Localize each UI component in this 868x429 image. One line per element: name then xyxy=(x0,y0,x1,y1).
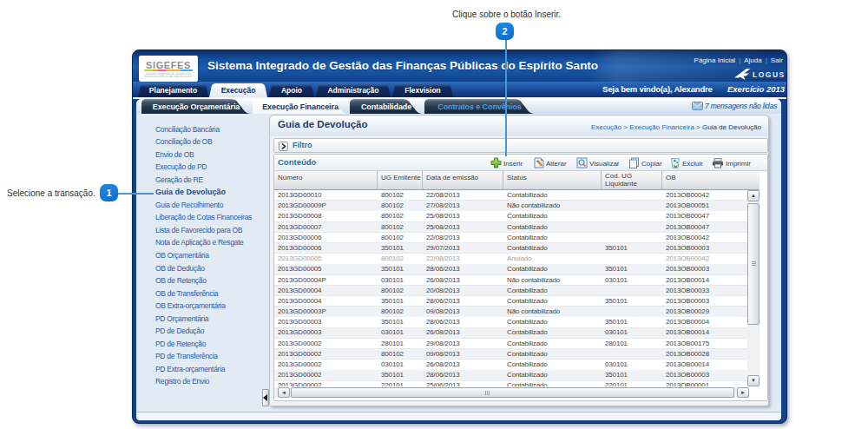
svg-text:LOGUS: LOGUS xyxy=(753,70,785,79)
